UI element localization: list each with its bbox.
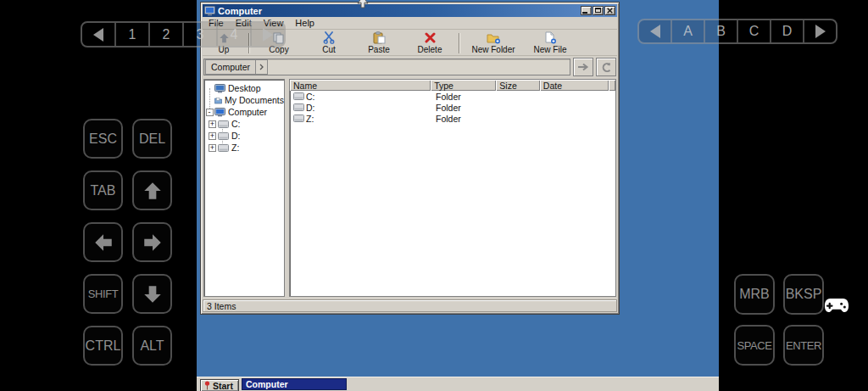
- item-type: Folder: [432, 103, 498, 113]
- start-button[interactable]: Start: [200, 379, 239, 391]
- top-right-key-group: A B C D: [637, 19, 837, 44]
- maximize-button[interactable]: [593, 6, 604, 15]
- minimize-button[interactable]: [581, 6, 592, 15]
- minimize-icon: [582, 12, 587, 14]
- new-file-icon: [544, 31, 557, 44]
- new-folder-icon: [487, 31, 501, 44]
- key-arrow-down[interactable]: [132, 274, 172, 314]
- triangle-right-icon: [815, 25, 826, 38]
- arrow-left-icon: [92, 232, 114, 254]
- arrow-right-icon: [142, 232, 164, 254]
- column-header-size[interactable]: Size: [496, 80, 540, 91]
- key-alt[interactable]: ALT: [132, 326, 172, 366]
- paste-button[interactable]: Paste: [353, 31, 404, 54]
- key-c[interactable]: C: [737, 20, 770, 42]
- column-header-date[interactable]: Date: [540, 80, 609, 91]
- cut-button[interactable]: Cut: [304, 31, 353, 54]
- key-space[interactable]: SPACE: [734, 325, 775, 366]
- tree-item-drive-z[interactable]: + Z:: [204, 142, 284, 154]
- column-header-name[interactable]: Name: [290, 80, 431, 91]
- key-arrow-up[interactable]: [132, 170, 172, 210]
- tree-item-drive-d[interactable]: + D:: [204, 130, 284, 142]
- close-icon: [607, 8, 613, 14]
- gamepad-button[interactable]: [824, 296, 849, 319]
- chevron-right-icon: [259, 64, 264, 70]
- key-a[interactable]: A: [670, 20, 704, 42]
- tree-item-desktop[interactable]: Desktop: [204, 82, 284, 94]
- top-left-key-group: 1 2 3 4: [81, 21, 286, 47]
- new-file-button[interactable]: New File: [523, 31, 577, 54]
- go-button[interactable]: [573, 58, 593, 76]
- key-shift[interactable]: SHIFT: [83, 274, 123, 314]
- arrow-up-icon: [142, 180, 164, 202]
- key-d[interactable]: D: [770, 20, 803, 42]
- list-row-drive-d[interactable]: D: Folder: [290, 102, 615, 113]
- tree-item-computer[interactable]: - Computer: [204, 106, 284, 118]
- key-enter[interactable]: ENTER: [783, 325, 824, 366]
- item-type: Folder: [432, 114, 498, 124]
- window-title: Computer: [218, 6, 580, 16]
- status-bar: 3 Items: [203, 299, 617, 312]
- expand-expander[interactable]: +: [209, 120, 216, 128]
- column-header-type[interactable]: Type: [431, 80, 496, 91]
- folder-tree[interactable]: Desktop My Documents -: [203, 79, 285, 297]
- task-button-computer[interactable]: Computer: [242, 378, 347, 390]
- menu-help[interactable]: Help: [289, 18, 320, 28]
- key-b[interactable]: B: [704, 20, 737, 42]
- breadcrumb-chevron-button[interactable]: [256, 59, 268, 75]
- new-folder-button[interactable]: New Folder: [464, 31, 523, 54]
- triangle-left-icon: [650, 25, 660, 38]
- desktop-icon: [214, 84, 225, 93]
- triangle-right-icon: [263, 28, 273, 42]
- item-type: Folder: [432, 92, 498, 102]
- key-bksp[interactable]: BKSP: [783, 274, 824, 315]
- window-titlebar[interactable]: Computer: [203, 4, 617, 17]
- file-list[interactable]: Name Type Size Date C:: [289, 79, 616, 297]
- collapse-expander[interactable]: -: [206, 109, 214, 116]
- tree-item-drive-c[interactable]: + C:: [204, 118, 284, 130]
- key-arrow-left[interactable]: [83, 222, 123, 262]
- triangle-left-icon: [93, 28, 103, 42]
- address-field[interactable]: Computer: [203, 59, 570, 75]
- taskbar: Start Computer: [197, 377, 719, 391]
- next-page-button[interactable]: [250, 23, 284, 46]
- go-arrow-icon: [577, 63, 589, 71]
- tree-item-my-documents[interactable]: My Documents: [204, 94, 284, 106]
- remote-desktop[interactable]: Computer File Edit View Help: [197, 0, 719, 391]
- key-3[interactable]: 3: [182, 23, 216, 46]
- key-ctrl[interactable]: CTRL: [83, 326, 123, 366]
- item-name: Z:: [306, 114, 314, 124]
- prev-page-button[interactable]: [639, 20, 670, 42]
- drive-icon: [218, 144, 229, 152]
- gamepad-icon: [824, 296, 849, 316]
- key-1[interactable]: 1: [114, 23, 148, 46]
- refresh-icon: [601, 62, 612, 73]
- key-4[interactable]: 4: [216, 23, 250, 46]
- item-name: C:: [306, 92, 315, 102]
- delete-button[interactable]: Delete: [404, 31, 455, 54]
- window-content: Desktop My Documents -: [203, 78, 617, 299]
- key-esc[interactable]: ESC: [83, 119, 123, 159]
- key-tab[interactable]: TAB: [83, 170, 123, 210]
- drive-icon: [218, 132, 229, 140]
- key-2[interactable]: 2: [148, 23, 182, 46]
- phone-screen: Computer File Edit View Help: [0, 0, 868, 391]
- refresh-button[interactable]: [596, 58, 616, 76]
- list-row-drive-z[interactable]: Z: Folder: [290, 113, 615, 124]
- key-del[interactable]: DEL: [132, 119, 172, 159]
- key-mrb[interactable]: MRB: [734, 274, 775, 315]
- next-page-button[interactable]: [803, 20, 836, 42]
- arrow-down-icon: [142, 283, 164, 305]
- my-documents-icon: [214, 96, 222, 105]
- file-manager-window: Computer File Edit View Help: [200, 2, 620, 315]
- key-arrow-right[interactable]: [132, 222, 172, 262]
- close-button[interactable]: [604, 6, 615, 15]
- address-bar: Computer: [203, 56, 617, 78]
- breadcrumb[interactable]: Computer: [205, 59, 256, 75]
- expand-expander[interactable]: +: [209, 132, 216, 140]
- expand-expander[interactable]: +: [209, 144, 216, 152]
- list-row-drive-c[interactable]: C: Folder: [290, 91, 615, 102]
- status-text: 3 Items: [207, 301, 236, 311]
- prev-page-button[interactable]: [82, 23, 114, 46]
- start-logo-icon: [204, 381, 210, 390]
